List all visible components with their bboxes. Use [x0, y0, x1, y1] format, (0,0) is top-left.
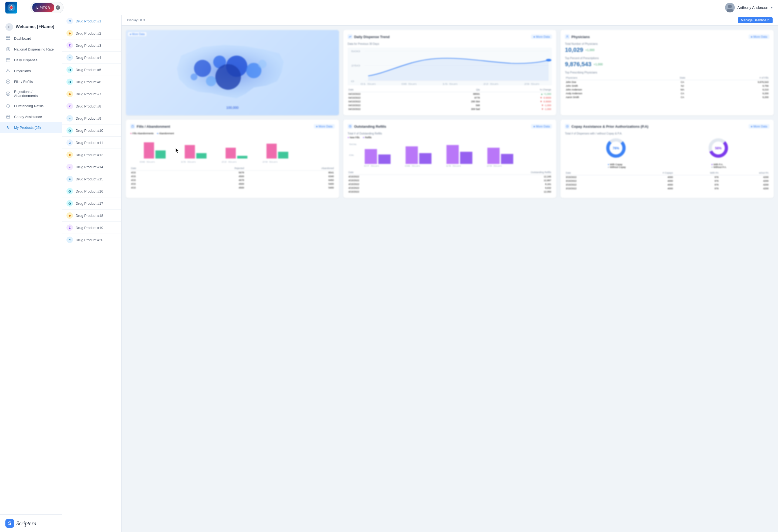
copay-legend-left: ● With Copay ● Without Copay [608, 163, 626, 169]
svg-text:29 Sun: 29 Sun [524, 83, 539, 85]
display-date-label: Display Date [127, 18, 145, 22]
copay-assistance-title: Copay Assistance & Prior Authorizations … [565, 124, 648, 129]
product-name-16: Drug Product #16 [76, 189, 103, 193]
table-row: 3/15/202240009764200 [565, 183, 769, 187]
drug-icon-6: ◑ [67, 79, 73, 85]
product-item-6[interactable]: ◑ Drug Product #6 [62, 76, 121, 88]
drug-icon-18: ◈ [67, 212, 73, 219]
sidebar-item-physicians[interactable]: Physicians [0, 65, 62, 76]
product-item-15[interactable]: ≈ Drug Product #15 [62, 173, 121, 185]
rejections-label: Rejections / Abandonments [14, 90, 57, 98]
svg-text:15 Sun: 15 Sun [180, 161, 196, 163]
product-item-14[interactable]: Z Drug Product #14 [62, 161, 121, 173]
product-item-20[interactable]: ≈ Drug Product #20 [62, 234, 121, 246]
fills-abandonment-header: Fills / Abandonment ● More Data [130, 124, 335, 129]
physicians-more-data[interactable]: ● More Data [749, 34, 769, 39]
product-name-15: Drug Product #15 [76, 177, 103, 181]
svg-point-67 [566, 125, 568, 127]
svg-text:0k: 0k [349, 154, 354, 156]
header-divider [24, 2, 24, 13]
product-item-7[interactable]: ◈ Drug Product #7 [62, 88, 121, 100]
product-name-14: Drug Product #14 [76, 165, 103, 169]
svg-rect-5 [6, 36, 8, 38]
product-item-11[interactable]: ⊙ Drug Product #11 [62, 137, 121, 149]
product-item-9[interactable]: ≈ Drug Product #9 [62, 112, 121, 124]
product-item-8[interactable]: Z Drug Product #8 [62, 100, 121, 112]
kp-logo-icon [5, 2, 17, 13]
physicians-icon [565, 34, 570, 39]
svg-text:07 Sun: 07 Sun [364, 165, 379, 167]
rx-icon: ℞ [5, 125, 11, 130]
product-item-2[interactable]: ◈ Drug Product #2 [62, 27, 121, 39]
sidebar-item-my-products[interactable]: ℞ My Products (25) [0, 122, 62, 133]
physicians-top-change: +1,000 [594, 63, 603, 66]
dashboard-label: Dashboard [14, 36, 31, 40]
outstanding-refills-label: Outstanding Refills [354, 124, 386, 128]
sidebar-item-dashboard[interactable]: Dashboard [0, 33, 62, 44]
drug-pill-close-button[interactable]: ✕ [56, 5, 60, 10]
svg-text:0: 0 [351, 80, 354, 83]
svg-rect-62 [501, 154, 513, 164]
table-row: 4/1545005400 [130, 186, 335, 190]
product-item-16[interactable]: ◑ Drug Product #16 [62, 185, 121, 197]
header-left: LIPITOR ✕ [5, 2, 64, 13]
svg-point-23 [258, 60, 266, 69]
svg-point-18 [213, 56, 226, 68]
product-item-5[interactable]: ◑ Drug Product #5 [62, 64, 121, 76]
rejections-icon [5, 91, 11, 96]
svg-text:℞: ℞ [6, 126, 9, 129]
svg-rect-41 [155, 151, 166, 159]
national-dispensing-rate-label: National Dispensing Rate [14, 47, 54, 51]
svg-rect-6 [8, 36, 10, 38]
drug-product-pill[interactable]: LIPITOR ✕ [30, 2, 64, 13]
back-button[interactable] [5, 23, 13, 31]
sidebar-item-outstanding-refills[interactable]: Outstanding Refills [0, 100, 62, 111]
sidebar: Welcome, [FName] Dashboard [0, 15, 62, 532]
fills-legend: ● Fills Abandonments ● Abandonment [130, 132, 335, 135]
physicians-label: Physicians [571, 35, 590, 39]
product-item-12[interactable]: ◈ Drug Product #12 [62, 149, 121, 161]
sidebar-header: Welcome, [FName] [0, 18, 62, 33]
main-content: Display Date Manage Dashboard [122, 15, 778, 532]
map-more-data[interactable]: ● More Data [128, 32, 146, 36]
product-name-8: Drug Product #8 [76, 104, 101, 108]
lipitor-logo-text: LIPITOR [36, 6, 50, 9]
fills-abandonment-more-data[interactable]: ● More Data [314, 124, 335, 128]
scriptera-s-icon: S [5, 519, 14, 528]
product-name-6: Drug Product #6 [76, 80, 101, 84]
without-copay-label: Without Copay [610, 166, 626, 169]
product-item-18[interactable]: ◈ Drug Product #18 [62, 209, 121, 222]
sidebar-item-rejections[interactable]: Rejections / Abandonments [0, 87, 62, 100]
table-row: Aaron SmithCA9,200 [565, 95, 769, 99]
drug-icon-1: ⊙ [67, 18, 73, 24]
sidebar-item-daily-dispense[interactable]: Daily Dispense [0, 55, 62, 65]
outstanding-refills-more-data[interactable]: ● More Data [531, 124, 552, 128]
sidebar-item-fills-refills[interactable]: Fills / Refills [0, 76, 62, 87]
product-item-17[interactable]: ◑ Drug Product #17 [62, 197, 121, 209]
manage-dashboard-button[interactable]: Manage Dashboard [738, 17, 773, 23]
user-menu-chevron[interactable]: ▾ [771, 6, 773, 9]
svg-rect-47 [278, 152, 288, 159]
svg-point-72 [710, 140, 726, 156]
svg-text:50k: 50k [349, 144, 357, 146]
product-item-10[interactable]: ◑ Drug Product #10 [62, 124, 121, 137]
table-row: 4/15/202212,245 [348, 175, 552, 179]
daily-dispense-label: Daily Dispense [14, 58, 37, 62]
svg-text:01 Sun: 01 Sun [360, 83, 376, 85]
sidebar-item-copay-assistance[interactable]: Copay Assistance [0, 111, 62, 122]
product-item-19[interactable]: Z Drug Product #19 [62, 222, 121, 234]
daily-dispense-more-data[interactable]: ● More Data [531, 34, 552, 39]
physicians-total-section: Total Number of Physicians 10,029 +1,000 [565, 42, 769, 54]
lipitor-logo: LIPITOR [32, 3, 54, 12]
product-item-4[interactable]: ≈ Drug Product #4 [62, 52, 121, 64]
product-item-1[interactable]: ⊙ Drug Product #1 [62, 15, 121, 27]
sidebar-item-national-dispensing-rate[interactable]: National Dispensing Rate [0, 44, 62, 55]
drug-icon-8: Z [67, 103, 73, 109]
table-row: 4/1545006340 [130, 174, 335, 178]
copay-table: Date # Copays With PA w/out PA 3/15/2022… [565, 171, 769, 190]
table-row: John DoeCA9,876,543 [565, 80, 769, 84]
product-item-3[interactable]: Z Drug Product #3 [62, 39, 121, 52]
svg-point-68 [608, 140, 624, 156]
dashboard-icon [5, 36, 11, 41]
copay-more-data[interactable]: ● More Data [749, 124, 769, 128]
